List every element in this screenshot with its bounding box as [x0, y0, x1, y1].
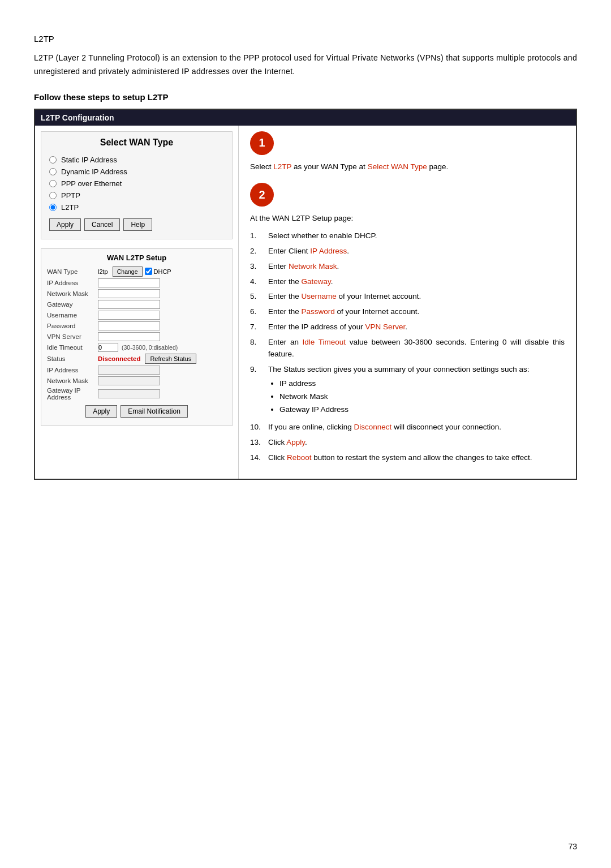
- radio-pppoe-input[interactable]: [49, 180, 57, 187]
- username-input[interactable]: [98, 311, 160, 320]
- page-title: L2TP: [34, 34, 577, 44]
- step2-item-13: 13. Click Apply.: [250, 437, 565, 449]
- wan-type-box: Select WAN Type Static IP Address Dynami…: [41, 131, 233, 239]
- wan-type-change-button[interactable]: Change: [113, 267, 143, 277]
- radio-l2tp-label: L2TP: [61, 203, 79, 212]
- status-ip-input[interactable]: [98, 366, 160, 375]
- idle-timeout-label: Idle Timeout: [47, 344, 98, 351]
- wan-type-field-value: l2tp: [98, 268, 108, 275]
- vpn-server-link[interactable]: VPN Server: [365, 323, 406, 331]
- radio-pptp-input[interactable]: [49, 192, 57, 199]
- username-link[interactable]: Username: [302, 292, 337, 300]
- gateway-link[interactable]: Gateway: [302, 277, 331, 286]
- ip-address-link[interactable]: IP Address: [310, 247, 347, 255]
- password-link[interactable]: Password: [302, 307, 335, 316]
- wan-setup-title: WAN L2TP Setup: [47, 253, 226, 262]
- ip-address-label: IP Address: [47, 280, 98, 286]
- wan-type-cancel-button[interactable]: Cancel: [84, 218, 120, 231]
- step1-circle: 1: [250, 131, 274, 155]
- ip-address-input[interactable]: [98, 278, 160, 287]
- step2-item-14: 14. Click Reboot button to restart the s…: [250, 452, 565, 464]
- password-label: Password: [47, 323, 98, 329]
- config-box: L2TP Configuration Select WAN Type Stati…: [34, 109, 577, 480]
- username-row: Username: [47, 311, 226, 320]
- step1-l2tp-link[interactable]: L2TP: [273, 162, 291, 171]
- step2-list: 1. Select whether to enable DHCP. 2. Ent…: [250, 230, 565, 464]
- step1-description: Select L2TP as your WAN Type at Select W…: [250, 161, 565, 173]
- step2-item-1: 1. Select whether to enable DHCP.: [250, 230, 565, 242]
- status-gateway-input[interactable]: [98, 389, 160, 398]
- step2-item-5: 5. Enter the Username of your Internet a…: [250, 291, 565, 303]
- status-row: Status Disconnected Refresh Status: [47, 354, 226, 364]
- step2-item-2: 2. Enter Client IP Address.: [250, 246, 565, 257]
- bullet-gateway: Gateway IP Address: [279, 404, 565, 416]
- step2-item-8: 8. Enter an Idle Timeout value between 3…: [250, 337, 565, 360]
- wan-type-row: WAN Type l2tp Change DHCP: [47, 267, 226, 277]
- dhcp-label: DHCP: [154, 268, 171, 275]
- disconnect-link[interactable]: Disconnect: [354, 423, 392, 431]
- gateway-row: Gateway: [47, 300, 226, 309]
- status-label: Status: [47, 355, 98, 362]
- radio-l2tp[interactable]: L2TP: [49, 203, 224, 212]
- radio-static[interactable]: Static IP Address: [49, 156, 224, 164]
- wan-type-field-label: WAN Type: [47, 268, 98, 275]
- network-mask-label: Network Mask: [47, 290, 98, 297]
- password-input[interactable]: [98, 321, 160, 330]
- vpn-server-input[interactable]: [98, 332, 160, 341]
- dhcp-checkbox-wrapper[interactable]: DHCP: [145, 268, 171, 275]
- network-mask-input[interactable]: [98, 289, 160, 298]
- radio-pppoe[interactable]: PPP over Ethernet: [49, 179, 224, 188]
- step2-item-7: 7. Enter the IP address of your VPN Serv…: [250, 321, 565, 333]
- left-panel: Select WAN Type Static IP Address Dynami…: [35, 126, 239, 479]
- radio-dynamic-input[interactable]: [49, 168, 57, 175]
- status-mask-row: Network Mask: [47, 376, 226, 385]
- step2-item-4: 4. Enter the Gateway.: [250, 276, 565, 288]
- step2-item-9: 9. The Status section gives you a summar…: [250, 364, 565, 418]
- gateway-input[interactable]: [98, 300, 160, 309]
- idle-timeout-link[interactable]: Idle Timeout: [303, 338, 346, 346]
- radio-pptp-label: PPTP: [61, 191, 80, 200]
- wan-type-help-button[interactable]: Help: [123, 218, 152, 231]
- network-mask-link[interactable]: Network Mask: [289, 262, 337, 270]
- gateway-label: Gateway: [47, 301, 98, 308]
- status-value: Disconnected: [98, 355, 140, 362]
- network-mask-row: Network Mask: [47, 289, 226, 298]
- wan-type-apply-button[interactable]: Apply: [49, 218, 81, 231]
- radio-dynamic[interactable]: Dynamic IP Address: [49, 167, 224, 176]
- intro-text: L2TP (Layer 2 Tunneling Protocol) is an …: [34, 51, 577, 79]
- status-mask-input[interactable]: [98, 376, 160, 385]
- email-notification-button[interactable]: Email Notification: [121, 405, 188, 418]
- bullet-ip: IP address: [279, 378, 565, 390]
- radio-static-label: Static IP Address: [61, 156, 117, 164]
- follow-heading: Follow these steps to setup L2TP: [34, 92, 577, 102]
- idle-timeout-row: Idle Timeout (30-3600, 0:disabled): [47, 343, 226, 352]
- radio-static-input[interactable]: [49, 156, 57, 164]
- status-mask-label: Network Mask: [47, 377, 98, 384]
- status-ip-label: IP Address: [47, 367, 98, 373]
- radio-pptp[interactable]: PPTP: [49, 191, 224, 200]
- radio-l2tp-input[interactable]: [49, 204, 57, 211]
- username-label: Username: [47, 312, 98, 319]
- page-number: 73: [568, 842, 577, 851]
- dhcp-checkbox[interactable]: [145, 268, 152, 275]
- reboot-link[interactable]: Reboot: [287, 453, 312, 462]
- config-box-header: L2TP Configuration: [35, 110, 576, 126]
- bullet-mask: Network Mask: [279, 391, 565, 403]
- radio-pppoe-label: PPP over Ethernet: [61, 179, 122, 188]
- password-row: Password: [47, 321, 226, 330]
- status-ip-row: IP Address: [47, 366, 226, 375]
- apply-link[interactable]: Apply: [286, 438, 305, 446]
- ip-address-row: IP Address: [47, 278, 226, 287]
- wan-setup-apply-button[interactable]: Apply: [85, 405, 117, 418]
- step2-intro: At the WAN L2TP Setup page:: [250, 212, 565, 225]
- refresh-status-button[interactable]: Refresh Status: [145, 354, 196, 364]
- step1-wan-type-link[interactable]: Select WAN Type: [368, 162, 427, 171]
- status-gateway-label: Gateway IP Address: [47, 387, 98, 401]
- step2-circle: 2: [250, 183, 274, 207]
- step2-item-10: 10. If you are online, clicking Disconne…: [250, 422, 565, 433]
- idle-timeout-input[interactable]: [98, 343, 118, 352]
- step2-item-6: 6. Enter the Password of your Internet a…: [250, 306, 565, 318]
- right-panel: 1 Select L2TP as your WAN Type at Select…: [239, 126, 576, 479]
- status-bullets: IP address Network Mask Gateway IP Addre…: [268, 378, 565, 416]
- vpn-server-label: VPN Server: [47, 333, 98, 340]
